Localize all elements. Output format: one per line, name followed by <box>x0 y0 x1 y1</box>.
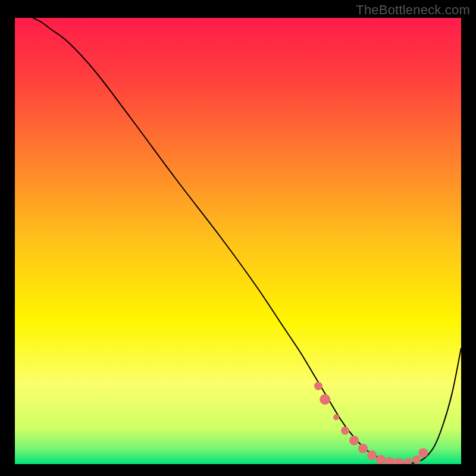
highlight-point <box>320 394 330 405</box>
highlight-point <box>367 450 377 460</box>
highlight-point <box>341 427 349 435</box>
highlight-point <box>333 414 339 420</box>
highlight-point <box>358 444 368 453</box>
highlight-point <box>376 455 386 465</box>
plot-background <box>15 18 461 464</box>
highlight-point <box>349 436 359 445</box>
highlight-point <box>412 456 421 464</box>
highlight-point <box>314 382 322 390</box>
chart-svg <box>0 0 476 476</box>
watermark-text: TheBottleneck.com <box>356 2 470 18</box>
highlight-point <box>418 448 428 458</box>
chart-canvas: TheBottleneck.com <box>0 0 476 476</box>
